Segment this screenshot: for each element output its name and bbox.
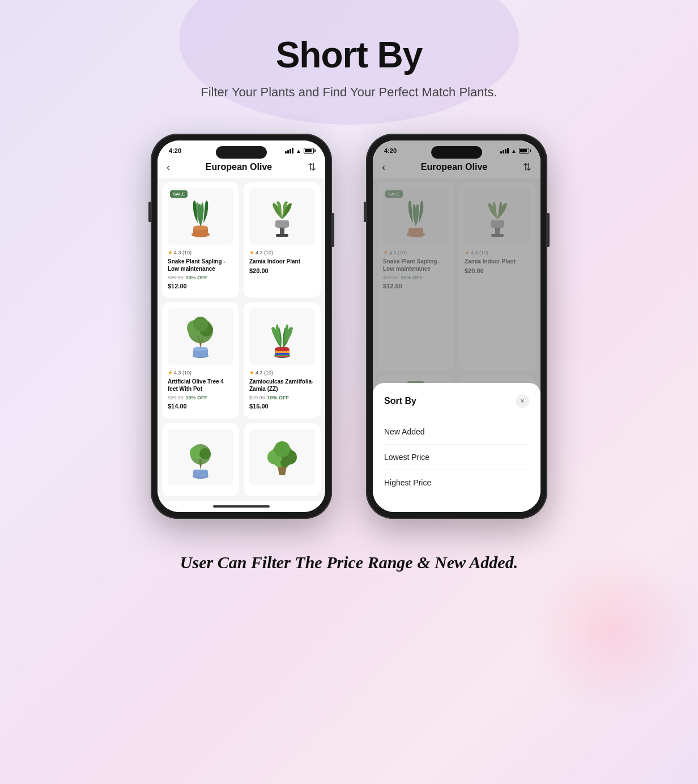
svg-point-29	[274, 441, 290, 457]
wifi-icon-left: ▲	[296, 148, 301, 154]
product-price-row-4: $20.00 10% OFF	[249, 395, 315, 400]
product-name-2: Zamia Indoor Plant	[249, 258, 315, 265]
sort-modal-overlay: Sort By × New Added Lowest Price Highest…	[373, 140, 540, 512]
product-card-6[interactable]	[244, 423, 321, 496]
nav-bar-left: ‹ European Olive ⇅	[158, 156, 325, 178]
sale-badge-1: SALE	[170, 190, 188, 198]
phones-container: 4:20 ▲	[151, 134, 547, 519]
bottom-caption: User Can Filter The Price Range & New Ad…	[180, 553, 518, 572]
sort-option-lowest-price[interactable]: Lowest Price	[384, 445, 529, 470]
plant-snake-svg	[181, 194, 220, 239]
sort-modal: Sort By × New Added Lowest Price Highest…	[373, 383, 540, 512]
svg-point-20	[275, 347, 290, 351]
discount-badge-3: 10% OFF	[186, 395, 208, 400]
page-title: Short By	[276, 34, 423, 76]
product-image-6	[249, 429, 315, 485]
svg-point-25	[199, 448, 211, 459]
nav-title-left: European Olive	[206, 162, 272, 172]
svg-rect-17	[275, 351, 290, 353]
product-price-row-1: $20.00 10% OFF	[168, 275, 233, 280]
phone-right: 4:20 ▲	[366, 134, 547, 519]
svg-rect-4	[276, 234, 288, 237]
sort-icon-left[interactable]: ⇅	[308, 161, 316, 173]
current-price-2: $20.00	[249, 267, 315, 274]
home-indicator-left	[158, 501, 325, 512]
plant-zamia-svg	[262, 194, 302, 239]
star-icon-1: ★	[168, 249, 173, 255]
discount-badge-4: 10% OFF	[267, 395, 290, 400]
svg-rect-19	[275, 355, 290, 356]
back-button-left[interactable]: ‹	[167, 161, 170, 173]
current-price-1: $12.00	[168, 283, 233, 289]
product-image-3	[168, 308, 233, 365]
sort-close-button[interactable]: ×	[516, 394, 529, 408]
plant-small-svg	[181, 434, 220, 480]
battery-icon-left	[304, 148, 314, 154]
plant-bushy-svg	[262, 434, 302, 480]
status-icons-left: ▲	[285, 148, 314, 154]
product-rating-1: ★ 4.3 (10)	[168, 249, 233, 255]
original-price-1: $20.00	[168, 275, 184, 280]
product-image-5	[168, 429, 233, 485]
product-name-1: Snake Plant Sapling - Low maintenance	[168, 258, 233, 272]
product-image-2	[249, 188, 315, 245]
product-card-1[interactable]: SALE	[162, 182, 239, 298]
star-icon-2: ★	[249, 249, 254, 255]
svg-point-31	[280, 458, 290, 467]
product-card-5[interactable]	[162, 423, 239, 496]
svg-rect-22	[193, 470, 208, 478]
sort-option-new-added[interactable]: New Added	[384, 419, 529, 445]
svg-point-14	[193, 317, 208, 331]
discount-badge-1: 10% OFF	[186, 275, 208, 280]
product-price-row-3: $20.00 10% OFF	[168, 395, 233, 400]
dynamic-island-left	[216, 146, 267, 159]
svg-rect-7	[275, 220, 289, 227]
product-name-4: Zamioculcas Zamiifolia-Zamia (ZZ)	[249, 378, 315, 393]
sort-modal-header: Sort By ×	[384, 394, 529, 408]
plant-olive-svg	[181, 314, 220, 359]
star-icon-4: ★	[249, 369, 254, 376]
plant-zz-svg	[262, 314, 302, 359]
star-icon-3: ★	[168, 369, 173, 376]
sort-modal-title: Sort By	[384, 396, 416, 406]
sort-option-highest-price[interactable]: Highest Price	[384, 470, 529, 495]
page-subtitle: Filter Your Plants and Find Your Perfect…	[201, 85, 497, 100]
product-image-4	[249, 308, 315, 365]
product-card-4[interactable]: ★ 4.3 (10) Zamioculcas Zamiifolia-Zamia …	[244, 302, 321, 418]
original-price-3: $20.00	[168, 395, 184, 400]
svg-rect-18	[275, 353, 290, 355]
current-price-3: $14.00	[168, 403, 233, 410]
product-rating-4: ★ 4.3 (10)	[249, 369, 315, 376]
status-time-left: 4:20	[169, 147, 181, 154]
product-rating-2: ★ 4.3 (10)	[249, 249, 315, 255]
current-price-4: $15.00	[249, 403, 315, 410]
product-rating-3: ★ 4.3 (10)	[168, 369, 233, 376]
product-name-3: Artificial Olive Tree 4 feet With Pot	[168, 378, 233, 393]
phone-left: 4:20 ▲	[151, 134, 332, 519]
product-grid-left: SALE	[158, 178, 325, 501]
product-card-3[interactable]: ★ 4.3 (10) Artificial Olive Tree 4 feet …	[162, 302, 239, 418]
signal-bars-left	[285, 148, 293, 154]
original-price-4: $20.00	[249, 395, 265, 400]
product-card-2[interactable]: ★ 4.3 (10) Zamia Indoor Plant $20.00	[244, 182, 321, 298]
